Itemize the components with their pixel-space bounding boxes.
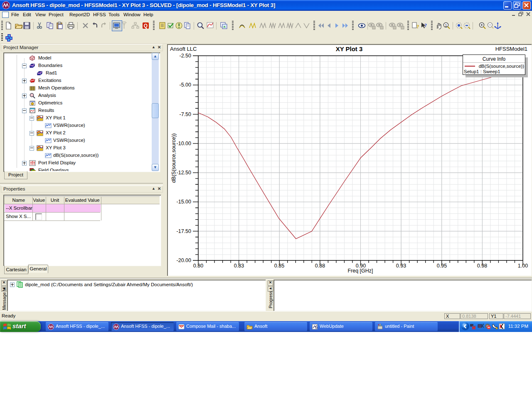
svg-text:?: ? [424, 22, 427, 28]
svg-text:1: 1 [445, 23, 447, 27]
svg-text:Q: Q [144, 23, 148, 29]
svg-text:?: ? [416, 23, 419, 30]
